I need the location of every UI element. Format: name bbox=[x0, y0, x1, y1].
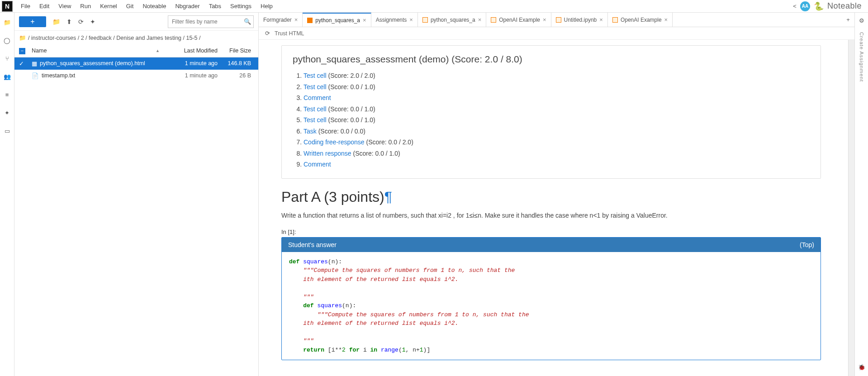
tab-openai-example[interactable]: OpenAI Example× bbox=[486, 13, 551, 27]
tab-python_squares_a[interactable]: python_squares_a× bbox=[303, 13, 371, 27]
add-tab-button[interactable]: + bbox=[842, 13, 854, 27]
sort-caret-icon: ▲ bbox=[156, 48, 160, 53]
close-icon[interactable]: × bbox=[543, 16, 546, 23]
tab-label: OpenAI Example bbox=[621, 17, 662, 23]
tab-bar: Formgrader×python_squares_a×Assignments×… bbox=[259, 13, 854, 27]
left-activity-rail: 📁 ◯ ⑂ 👥 ≡ ✦ ▭ bbox=[0, 13, 14, 376]
toc-icon[interactable]: ≡ bbox=[3, 90, 11, 99]
menu-git[interactable]: Git bbox=[122, 1, 138, 11]
toc-item: Test cell (Score: 0.0 / 1.0) bbox=[304, 81, 810, 93]
upload-icon[interactable]: ⬆ bbox=[66, 18, 72, 25]
file-row[interactable]: ✓▦python_squares_assessment (demo).html1… bbox=[14, 57, 258, 70]
tab-label: python_squares_a bbox=[431, 17, 475, 23]
tab-assignments[interactable]: Assignments× bbox=[371, 13, 418, 27]
notebook-content[interactable]: python_squares_assessment (demo) (Score:… bbox=[259, 40, 848, 376]
close-icon[interactable]: × bbox=[478, 16, 482, 23]
noteable-logo-icon[interactable]: N bbox=[2, 1, 13, 12]
toc-item: Written response (Score: 0.0 / 1.0) bbox=[304, 148, 810, 159]
breadcrumb[interactable]: 📁 / instructor-courses / 2 / feedback / … bbox=[14, 31, 258, 45]
tab-label: OpenAI Example bbox=[499, 17, 540, 23]
new-launcher-button[interactable]: + bbox=[19, 16, 46, 27]
toc-item: Test cell (Score: 2.0 / 2.0) bbox=[304, 70, 810, 81]
top-link[interactable]: (Top) bbox=[800, 241, 814, 248]
toc-score: (Score: 0.0 / 1.0) bbox=[328, 116, 375, 124]
toc-link[interactable]: Test cell bbox=[304, 116, 327, 124]
reload-icon[interactable]: ⟳ bbox=[265, 30, 270, 37]
file-list-header: − Name▲ Last Modified File Size bbox=[14, 45, 258, 57]
running-icon[interactable]: ◯ bbox=[3, 36, 11, 44]
toc-score: (Score: 0.0 / 2.0) bbox=[366, 138, 413, 146]
search-icon: 🔍 bbox=[244, 18, 251, 25]
toc-link[interactable]: Comment bbox=[304, 94, 331, 101]
toc-item: Test cell (Score: 0.0 / 1.0) bbox=[304, 104, 810, 115]
menu-tabs[interactable]: Tabs bbox=[204, 1, 226, 11]
folder-icon: 📁 bbox=[19, 34, 26, 41]
file-size: 146.8 KB bbox=[218, 60, 254, 67]
toc-item: Test cell (Score: 0.0 / 1.0) bbox=[304, 114, 810, 126]
menu-noteable[interactable]: Noteable bbox=[138, 1, 171, 11]
menu-kernel[interactable]: Kernel bbox=[95, 1, 122, 11]
close-icon[interactable]: × bbox=[294, 16, 298, 23]
menu-nbgrader[interactable]: Nbgrader bbox=[171, 1, 204, 11]
notebook-icon bbox=[612, 17, 618, 23]
close-icon[interactable]: × bbox=[363, 17, 366, 24]
toc-score: (Score: 0.0 / 1.0) bbox=[328, 105, 375, 113]
tab-formgrader[interactable]: Formgrader× bbox=[259, 13, 303, 27]
scrollbar[interactable] bbox=[848, 40, 854, 376]
git-clone-icon[interactable]: ✦ bbox=[90, 18, 95, 25]
tab-python_squares_a[interactable]: python_squares_a× bbox=[418, 13, 486, 27]
users-icon[interactable]: 👥 bbox=[3, 72, 11, 81]
toc-link[interactable]: Task bbox=[304, 128, 317, 135]
close-icon[interactable]: × bbox=[409, 16, 413, 23]
tabs-icon[interactable]: ▭ bbox=[3, 127, 11, 135]
column-modified[interactable]: Last Modified bbox=[163, 48, 218, 54]
tab-untitled.ipynb[interactable]: Untitled.ipynb× bbox=[551, 13, 608, 27]
select-all-checkbox[interactable]: − bbox=[19, 48, 25, 54]
share-icon[interactable]: < bbox=[793, 3, 797, 10]
pilcrow-icon[interactable]: ¶ bbox=[384, 189, 392, 205]
toc-item: Task (Score: 0.0 / 0.0) bbox=[304, 126, 810, 137]
property-inspector-icon[interactable]: ⚙ bbox=[859, 17, 864, 24]
git-icon[interactable]: ⑂ bbox=[3, 54, 11, 62]
input-prompt: In [1]: bbox=[281, 228, 821, 235]
new-folder-icon[interactable]: 📁 bbox=[52, 18, 60, 25]
file-name: timestamp.txt bbox=[42, 72, 75, 79]
file-row[interactable]: 📄timestamp.txt1 minute ago26 B bbox=[14, 70, 258, 82]
file-modified: 1 minute ago bbox=[163, 72, 218, 79]
menu-view[interactable]: View bbox=[54, 1, 76, 11]
toc-link[interactable]: Test cell bbox=[304, 72, 327, 79]
notebook-icon bbox=[491, 17, 496, 23]
part-a-description: Write a function that returns a list of … bbox=[281, 211, 821, 220]
toc-link[interactable]: Comment bbox=[304, 161, 331, 168]
column-size[interactable]: File Size bbox=[218, 48, 254, 54]
menu-help[interactable]: Help bbox=[256, 1, 277, 11]
menu-settings[interactable]: Settings bbox=[226, 1, 256, 11]
tab-label: Formgrader bbox=[263, 17, 292, 23]
brand-label: Noteable bbox=[827, 1, 862, 11]
debug-icon[interactable]: 🐞 bbox=[858, 364, 865, 371]
toc-score: (Score: 2.0 / 2.0) bbox=[328, 72, 375, 79]
right-rail: ⚙ Create Assignment 🐞 bbox=[854, 13, 868, 376]
toc-link[interactable]: Test cell bbox=[304, 105, 327, 113]
toc-link[interactable]: Test cell bbox=[304, 83, 327, 90]
column-name[interactable]: Name▲ bbox=[32, 48, 163, 54]
close-icon[interactable]: × bbox=[599, 16, 603, 23]
user-avatar[interactable]: AA bbox=[800, 1, 810, 11]
create-assignment-tab[interactable]: Create Assignment bbox=[859, 32, 864, 82]
python-kernel-icon[interactable]: 🐍 bbox=[814, 1, 824, 11]
refresh-icon[interactable]: ⟳ bbox=[78, 18, 84, 25]
trust-html-button[interactable]: Trust HTML bbox=[275, 30, 304, 37]
student-answer-block: Student's answer (Top) def squares(n): "… bbox=[281, 237, 821, 361]
toc-score: (Score: 0.0 / 1.0) bbox=[353, 150, 400, 157]
tab-openai-example[interactable]: OpenAI Example× bbox=[608, 13, 673, 27]
toc-link[interactable]: Written response bbox=[304, 150, 351, 157]
extension-icon[interactable]: ✦ bbox=[3, 109, 11, 117]
filter-files-input[interactable] bbox=[168, 15, 254, 28]
folder-icon[interactable]: 📁 bbox=[3, 18, 11, 26]
close-icon[interactable]: × bbox=[664, 16, 668, 23]
toc-link[interactable]: Coding free-response bbox=[304, 138, 365, 146]
menu-file[interactable]: File bbox=[16, 1, 35, 11]
top-menu-bar: N FileEditViewRunKernelGitNoteableNbgrad… bbox=[0, 0, 868, 13]
menu-edit[interactable]: Edit bbox=[35, 1, 54, 11]
menu-run[interactable]: Run bbox=[76, 1, 95, 11]
